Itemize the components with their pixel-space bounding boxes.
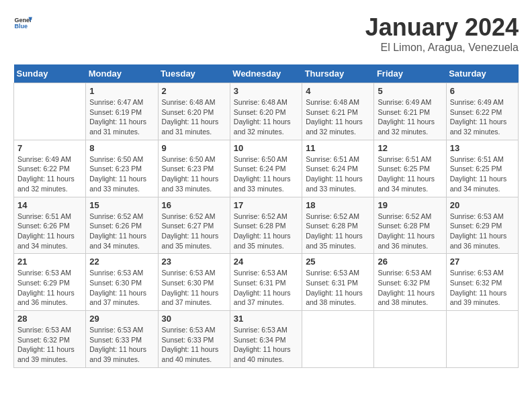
calendar-cell: 6Sunrise: 6:49 AM Sunset: 6:22 PM Daylig… — [446, 83, 518, 140]
calendar-cell: 25Sunrise: 6:53 AM Sunset: 6:31 PM Dayli… — [302, 254, 374, 311]
calendar-cell: 11Sunrise: 6:51 AM Sunset: 6:24 PM Dayli… — [302, 140, 374, 197]
calendar-cell: 9Sunrise: 6:50 AM Sunset: 6:23 PM Daylig… — [158, 140, 230, 197]
day-number: 18 — [306, 200, 370, 210]
calendar-cell: 12Sunrise: 6:51 AM Sunset: 6:25 PM Dayli… — [374, 140, 446, 197]
day-detail: Sunrise: 6:49 AM Sunset: 6:21 PM Dayligh… — [378, 97, 442, 137]
day-detail: Sunrise: 6:48 AM Sunset: 6:20 PM Dayligh… — [162, 97, 226, 137]
calendar-cell — [14, 83, 86, 140]
day-detail: Sunrise: 6:52 AM Sunset: 6:27 PM Dayligh… — [162, 212, 226, 251]
calendar-cell: 19Sunrise: 6:52 AM Sunset: 6:28 PM Dayli… — [374, 197, 446, 254]
calendar-table: SundayMondayTuesdayWednesdayThursdayFrid… — [13, 64, 519, 368]
day-number: 8 — [89, 143, 154, 153]
day-detail: Sunrise: 6:52 AM Sunset: 6:26 PM Dayligh… — [89, 212, 154, 251]
logo: General Blue — [13, 13, 32, 32]
week-row-2: 7Sunrise: 6:49 AM Sunset: 6:22 PM Daylig… — [14, 140, 519, 197]
day-header-friday: Friday — [374, 64, 446, 83]
day-detail: Sunrise: 6:48 AM Sunset: 6:20 PM Dayligh… — [234, 97, 298, 137]
svg-text:Blue: Blue — [14, 23, 28, 30]
day-number: 11 — [306, 143, 370, 153]
page-header: General Blue January 2024 El Limon, Arag… — [13, 13, 519, 54]
day-number: 14 — [17, 200, 82, 210]
day-detail: Sunrise: 6:53 AM Sunset: 6:31 PM Dayligh… — [234, 268, 298, 308]
day-number: 21 — [17, 257, 82, 267]
day-detail: Sunrise: 6:53 AM Sunset: 6:33 PM Dayligh… — [89, 325, 154, 365]
day-number: 22 — [89, 257, 154, 267]
calendar-cell: 14Sunrise: 6:51 AM Sunset: 6:26 PM Dayli… — [14, 197, 86, 254]
calendar-cell: 13Sunrise: 6:51 AM Sunset: 6:25 PM Dayli… — [446, 140, 518, 197]
calendar-cell: 29Sunrise: 6:53 AM Sunset: 6:33 PM Dayli… — [86, 311, 158, 368]
calendar-cell: 8Sunrise: 6:50 AM Sunset: 6:23 PM Daylig… — [86, 140, 158, 197]
week-row-3: 14Sunrise: 6:51 AM Sunset: 6:26 PM Dayli… — [14, 197, 519, 254]
day-number: 26 — [378, 257, 442, 267]
calendar-cell: 3Sunrise: 6:48 AM Sunset: 6:20 PM Daylig… — [230, 83, 302, 140]
calendar-cell: 1Sunrise: 6:47 AM Sunset: 6:19 PM Daylig… — [86, 83, 158, 140]
calendar-cell: 4Sunrise: 6:48 AM Sunset: 6:21 PM Daylig… — [302, 83, 374, 140]
day-number: 10 — [234, 143, 298, 153]
calendar-cell: 15Sunrise: 6:52 AM Sunset: 6:26 PM Dayli… — [86, 197, 158, 254]
calendar-cell: 26Sunrise: 6:53 AM Sunset: 6:32 PM Dayli… — [374, 254, 446, 311]
calendar-cell: 27Sunrise: 6:53 AM Sunset: 6:32 PM Dayli… — [446, 254, 518, 311]
calendar-cell: 20Sunrise: 6:53 AM Sunset: 6:29 PM Dayli… — [446, 197, 518, 254]
calendar-cell — [302, 311, 374, 368]
day-detail: Sunrise: 6:53 AM Sunset: 6:32 PM Dayligh… — [17, 325, 82, 365]
day-number: 5 — [378, 86, 442, 96]
calendar-cell: 30Sunrise: 6:53 AM Sunset: 6:33 PM Dayli… — [158, 311, 230, 368]
day-number: 28 — [17, 314, 82, 324]
calendar-title: January 2024 — [365, 13, 519, 42]
day-detail: Sunrise: 6:51 AM Sunset: 6:25 PM Dayligh… — [450, 154, 515, 194]
calendar-cell: 28Sunrise: 6:53 AM Sunset: 6:32 PM Dayli… — [14, 311, 86, 368]
week-row-1: 1Sunrise: 6:47 AM Sunset: 6:19 PM Daylig… — [14, 83, 519, 140]
day-detail: Sunrise: 6:51 AM Sunset: 6:26 PM Dayligh… — [17, 212, 82, 251]
day-detail: Sunrise: 6:50 AM Sunset: 6:24 PM Dayligh… — [234, 154, 298, 194]
day-detail: Sunrise: 6:53 AM Sunset: 6:30 PM Dayligh… — [89, 268, 154, 308]
day-number: 17 — [234, 200, 298, 210]
header-row: SundayMondayTuesdayWednesdayThursdayFrid… — [14, 64, 519, 83]
day-detail: Sunrise: 6:53 AM Sunset: 6:29 PM Dayligh… — [450, 212, 515, 251]
day-number: 3 — [234, 86, 298, 96]
day-number: 25 — [306, 257, 370, 267]
day-number: 6 — [450, 86, 515, 96]
week-row-4: 21Sunrise: 6:53 AM Sunset: 6:29 PM Dayli… — [14, 254, 519, 311]
day-detail: Sunrise: 6:53 AM Sunset: 6:29 PM Dayligh… — [17, 268, 82, 308]
calendar-subtitle: El Limon, Aragua, Venezuela — [365, 42, 519, 54]
day-header-thursday: Thursday — [302, 64, 374, 83]
calendar-cell: 24Sunrise: 6:53 AM Sunset: 6:31 PM Dayli… — [230, 254, 302, 311]
day-detail: Sunrise: 6:53 AM Sunset: 6:32 PM Dayligh… — [450, 268, 515, 308]
day-detail: Sunrise: 6:48 AM Sunset: 6:21 PM Dayligh… — [306, 97, 370, 137]
calendar-cell: 2Sunrise: 6:48 AM Sunset: 6:20 PM Daylig… — [158, 83, 230, 140]
day-detail: Sunrise: 6:51 AM Sunset: 6:24 PM Dayligh… — [306, 154, 370, 194]
day-number: 23 — [162, 257, 226, 267]
day-number: 12 — [378, 143, 442, 153]
day-header-wednesday: Wednesday — [230, 64, 302, 83]
day-detail: Sunrise: 6:52 AM Sunset: 6:28 PM Dayligh… — [378, 212, 442, 251]
day-detail: Sunrise: 6:52 AM Sunset: 6:28 PM Dayligh… — [234, 212, 298, 251]
day-detail: Sunrise: 6:50 AM Sunset: 6:23 PM Dayligh… — [89, 154, 154, 194]
logo-icon: General Blue — [13, 13, 32, 32]
day-detail: Sunrise: 6:47 AM Sunset: 6:19 PM Dayligh… — [89, 97, 154, 137]
day-number: 9 — [162, 143, 226, 153]
day-header-monday: Monday — [86, 64, 158, 83]
day-number: 15 — [89, 200, 154, 210]
calendar-cell: 5Sunrise: 6:49 AM Sunset: 6:21 PM Daylig… — [374, 83, 446, 140]
calendar-cell: 22Sunrise: 6:53 AM Sunset: 6:30 PM Dayli… — [86, 254, 158, 311]
day-number: 13 — [450, 143, 515, 153]
calendar-cell: 23Sunrise: 6:53 AM Sunset: 6:30 PM Dayli… — [158, 254, 230, 311]
calendar-cell — [446, 311, 518, 368]
calendar-cell: 21Sunrise: 6:53 AM Sunset: 6:29 PM Dayli… — [14, 254, 86, 311]
day-detail: Sunrise: 6:49 AM Sunset: 6:22 PM Dayligh… — [450, 97, 515, 137]
day-detail: Sunrise: 6:49 AM Sunset: 6:22 PM Dayligh… — [17, 154, 82, 194]
day-header-tuesday: Tuesday — [158, 64, 230, 83]
day-number: 27 — [450, 257, 515, 267]
calendar-cell: 10Sunrise: 6:50 AM Sunset: 6:24 PM Dayli… — [230, 140, 302, 197]
day-number: 1 — [89, 86, 154, 96]
day-detail: Sunrise: 6:52 AM Sunset: 6:28 PM Dayligh… — [306, 212, 370, 251]
day-detail: Sunrise: 6:51 AM Sunset: 6:25 PM Dayligh… — [378, 154, 442, 194]
day-detail: Sunrise: 6:53 AM Sunset: 6:30 PM Dayligh… — [162, 268, 226, 308]
week-row-5: 28Sunrise: 6:53 AM Sunset: 6:32 PM Dayli… — [14, 311, 519, 368]
day-number: 31 — [234, 314, 298, 324]
title-block: January 2024 El Limon, Aragua, Venezuela — [365, 13, 519, 54]
day-number: 7 — [17, 143, 82, 153]
day-number: 4 — [306, 86, 370, 96]
day-number: 19 — [378, 200, 442, 210]
calendar-cell: 31Sunrise: 6:53 AM Sunset: 6:34 PM Dayli… — [230, 311, 302, 368]
